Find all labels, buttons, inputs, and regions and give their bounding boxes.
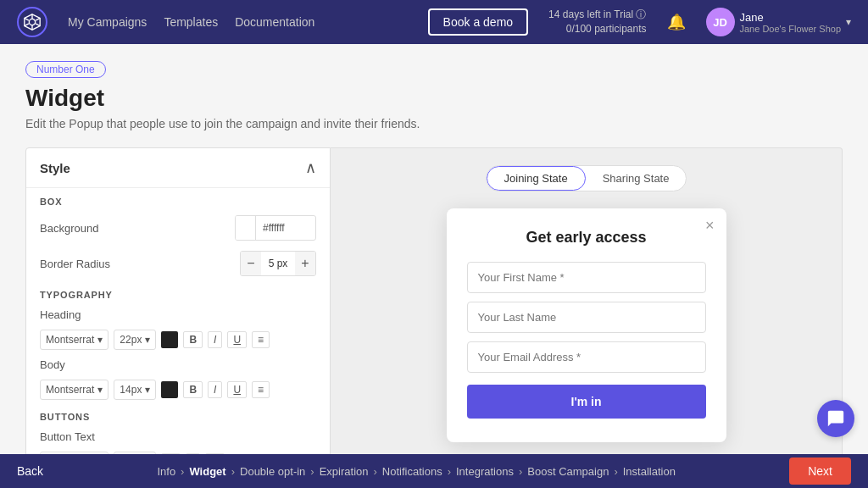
body-underline-button[interactable]: U (227, 381, 247, 398)
box-section-label: BOX (26, 188, 330, 210)
heading-label: Heading (40, 308, 316, 321)
panel-header: Style ∧ (26, 148, 330, 188)
nav-my-campaigns[interactable]: My Campaigns (68, 15, 147, 29)
stepper-minus[interactable]: − (241, 252, 261, 275)
tab-sharing-state[interactable]: Sharing State (586, 166, 687, 191)
svg-line-7 (25, 18, 29, 20)
user-name: Jane (740, 11, 842, 24)
body-align-button[interactable]: ≡ (252, 381, 270, 398)
chat-bubble[interactable] (817, 400, 854, 437)
border-radius-value: 5 px (261, 258, 295, 269)
panel-title: Style (40, 161, 70, 175)
body-color-swatch[interactable] (161, 381, 178, 398)
breadcrumb-installation[interactable]: Installation (623, 465, 676, 478)
user-menu[interactable]: JD Jane Jane Doe's Flower Shop ▾ (706, 8, 852, 36)
top-nav: My Campaigns Templates Documentation Boo… (0, 0, 868, 44)
trial-info: 14 days left in Trial ⓘ 0/100 participan… (548, 8, 646, 36)
editor-layout: Style ∧ BOX Background Border Radius − 5… (25, 147, 843, 488)
popup-widget: × Get early access I'm in (447, 208, 726, 442)
body-size-select[interactable]: 14px ▾ (114, 380, 156, 400)
border-radius-stepper: − 5 px + (240, 251, 316, 276)
heading-label-row: Heading (26, 303, 330, 326)
heading-align-button[interactable]: ≡ (252, 331, 270, 348)
nav-documentation[interactable]: Documentation (235, 15, 314, 29)
body-italic-button[interactable]: I (208, 381, 222, 398)
bottom-bar: Back Info › Widget › Double opt-in › Exp… (0, 454, 868, 488)
main-content: Number One Widget Edit the Popup that pe… (0, 44, 868, 488)
page-subtitle: Edit the Popup that people use to join t… (25, 117, 843, 130)
nav-templates[interactable]: Templates (164, 15, 218, 29)
breadcrumb-integrations[interactable]: Integrations (456, 465, 514, 478)
trial-participants: 0/100 participants (548, 22, 646, 36)
back-button[interactable]: Back (17, 464, 43, 478)
body-font-select[interactable]: Montserrat ▾ (40, 380, 108, 400)
svg-line-5 (25, 24, 29, 26)
heading-size-select[interactable]: 22px ▾ (114, 330, 156, 350)
breadcrumb-boost-campaign[interactable]: Boost Campaign (527, 465, 609, 478)
background-color-value[interactable] (256, 219, 315, 237)
nav-links: My Campaigns Templates Documentation (68, 15, 408, 29)
button-text-label: Button Text (40, 430, 316, 443)
svg-line-6 (36, 24, 40, 26)
page-title: Widget (25, 85, 843, 112)
email-input[interactable] (467, 341, 706, 373)
breadcrumb-expiration[interactable]: Expiration (320, 465, 369, 478)
color-swatch (236, 216, 256, 240)
style-panel: Style ∧ BOX Background Border Radius − 5… (25, 147, 331, 486)
preview-panel: Joining State Sharing State × Get early … (331, 147, 843, 488)
popup-title: Get early access (467, 229, 706, 247)
breadcrumb-info[interactable]: Info (157, 465, 175, 478)
body-bold-button[interactable]: B (183, 381, 203, 398)
next-button[interactable]: Next (789, 458, 851, 485)
heading-color-swatch[interactable] (161, 331, 178, 348)
background-label: Background (40, 222, 228, 235)
step-badge: Number One (25, 61, 106, 78)
notifications-icon[interactable]: 🔔 (667, 13, 686, 31)
breadcrumb-double-opt-in[interactable]: Double opt-in (240, 465, 305, 478)
breadcrumb-widget[interactable]: Widget (189, 465, 225, 478)
state-tabs: Joining State Sharing State (486, 165, 687, 191)
button-text-label-row: Button Text (26, 425, 330, 448)
chevron-down-icon: ▾ (846, 16, 851, 28)
heading-font-row: Montserrat ▾ 22px ▾ B I U ≡ (26, 326, 330, 353)
logo[interactable] (17, 7, 47, 37)
tab-joining-state[interactable]: Joining State (487, 166, 586, 191)
book-demo-button[interactable]: Book a demo (428, 8, 529, 36)
stepper-plus[interactable]: + (295, 252, 315, 275)
heading-bold-button[interactable]: B (183, 331, 203, 348)
collapse-button[interactable]: ∧ (305, 158, 316, 177)
border-radius-row: Border Radius − 5 px + (26, 246, 330, 281)
border-radius-label: Border Radius (40, 258, 233, 270)
background-row: Background (26, 210, 330, 246)
heading-italic-button[interactable]: I (208, 331, 222, 348)
svg-point-1 (29, 19, 35, 25)
breadcrumb-notifications[interactable]: Notifications (382, 465, 442, 478)
heading-font-select[interactable]: Montserrat ▾ (40, 330, 108, 350)
breadcrumb: Info › Widget › Double opt-in › Expirati… (157, 465, 675, 478)
buttons-section-label: BUTTONS (26, 403, 330, 425)
popup-submit-button[interactable]: I'm in (467, 385, 706, 419)
popup-close-button[interactable]: × (705, 217, 715, 235)
svg-line-4 (36, 18, 40, 20)
typography-section-label: TYPOGRAPHY (26, 281, 330, 303)
body-font-row: Montserrat ▾ 14px ▾ B I U ≡ (26, 376, 330, 403)
heading-underline-button[interactable]: U (227, 331, 247, 348)
first-name-input[interactable] (467, 262, 706, 293)
trial-days: 14 days left in Trial ⓘ (548, 8, 646, 22)
body-label: Body (40, 358, 316, 371)
last-name-input[interactable] (467, 302, 706, 333)
body-label-row: Body (26, 353, 330, 376)
avatar: JD (706, 8, 735, 36)
background-color-input[interactable] (235, 215, 316, 241)
user-shop: Jane Doe's Flower Shop (740, 24, 842, 34)
